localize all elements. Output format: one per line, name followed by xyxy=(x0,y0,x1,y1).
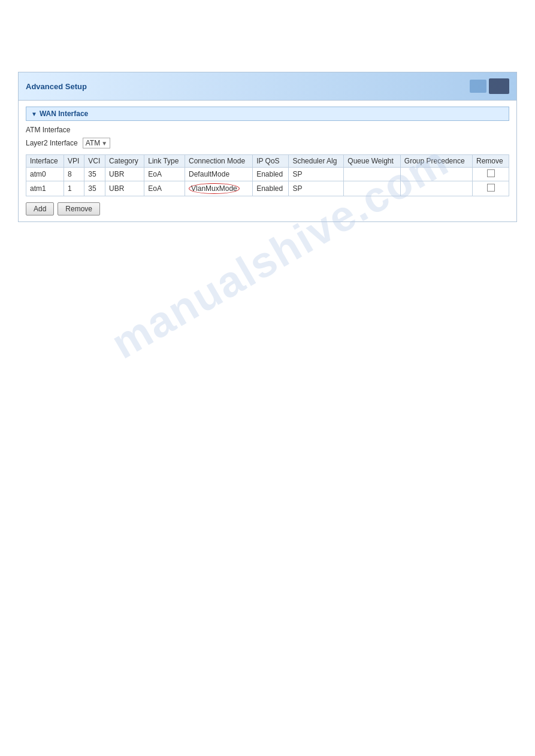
cell-ip-qos: Enabled xyxy=(253,168,289,181)
cell-vpi: 1 xyxy=(64,181,84,196)
wan-interface-section-title: WAN Interface xyxy=(40,110,88,118)
col-group-precedence: Group Precedence xyxy=(400,155,472,168)
col-interface: Interface xyxy=(26,155,64,168)
atm-interface-label: ATM Interface xyxy=(26,126,509,134)
col-link-type: Link Type xyxy=(144,155,185,168)
cell-remove[interactable] xyxy=(473,181,509,196)
cell-scheduler-alg: SP xyxy=(289,168,344,181)
cell-remove[interactable] xyxy=(473,168,509,181)
col-queue-weight: Queue Weight xyxy=(344,155,401,168)
col-ip-qos: IP QoS xyxy=(253,155,289,168)
panel-title: Advanced Setup xyxy=(26,82,87,91)
layer2-label: Layer2 Interface xyxy=(26,139,78,147)
col-scheduler-alg: Scheduler Alg xyxy=(289,155,344,168)
col-vpi: VPI xyxy=(64,155,84,168)
cell-category: UBR xyxy=(105,181,144,196)
cell-vci: 35 xyxy=(84,168,105,181)
table-header-row: Interface VPI VCI Category Link Type Con… xyxy=(26,155,509,168)
cell-connection-mode: DefaultMode xyxy=(185,168,253,181)
col-remove: Remove xyxy=(473,155,509,168)
panel-header: Advanced Setup xyxy=(19,72,516,101)
cell-vci: 35 xyxy=(84,181,105,196)
table-row: atm0835UBREoADefaultModeEnabledSP xyxy=(26,168,509,181)
cell-queue-weight xyxy=(344,168,401,181)
cell-interface: atm0 xyxy=(26,168,64,181)
cell-scheduler-alg: SP xyxy=(289,181,344,196)
layer2-select-arrow-icon: ▼ xyxy=(101,140,107,147)
cell-category: UBR xyxy=(105,168,144,181)
layer2-select-value: ATM xyxy=(86,139,100,147)
section-arrow-icon: ▼ xyxy=(31,111,37,117)
cell-link-type: EoA xyxy=(144,168,185,181)
monitor-icon xyxy=(470,80,486,93)
remove-button[interactable]: Remove xyxy=(58,202,100,215)
monitor2-icon xyxy=(489,78,509,94)
add-button[interactable]: Add xyxy=(26,202,54,215)
col-vci: VCI xyxy=(84,155,105,168)
col-connection-mode: Connection Mode xyxy=(185,155,253,168)
cell-link-type: EoA xyxy=(144,181,185,196)
advanced-setup-panel: Advanced Setup ▼ WAN Interface ATM Inter… xyxy=(18,72,517,222)
wan-interface-table: Interface VPI VCI Category Link Type Con… xyxy=(26,154,509,196)
cell-interface: atm1 xyxy=(26,181,64,196)
remove-checkbox[interactable] xyxy=(487,169,495,177)
cell-group-precedence xyxy=(400,168,472,181)
action-buttons: Add Remove xyxy=(26,202,509,215)
header-icon-group xyxy=(461,77,509,95)
wan-interface-section-header: ▼ WAN Interface xyxy=(26,107,509,121)
layer2-row: Layer2 Interface ATM ▼ xyxy=(26,138,509,148)
cell-vpi: 8 xyxy=(64,168,84,181)
cell-group-precedence xyxy=(400,181,472,196)
layer2-select[interactable]: ATM ▼ xyxy=(83,138,110,148)
table-row: atm1135UBREoAVlanMuxModeEnabledSP xyxy=(26,181,509,196)
cell-queue-weight xyxy=(344,181,401,196)
content-area: ▼ WAN Interface ATM Interface Layer2 Int… xyxy=(19,101,516,221)
col-category: Category xyxy=(105,155,144,168)
connection-mode-circled: VlanMuxMode xyxy=(189,183,240,194)
cell-ip-qos: Enabled xyxy=(253,181,289,196)
cell-connection-mode: VlanMuxMode xyxy=(185,181,253,196)
remove-checkbox[interactable] xyxy=(487,184,495,192)
